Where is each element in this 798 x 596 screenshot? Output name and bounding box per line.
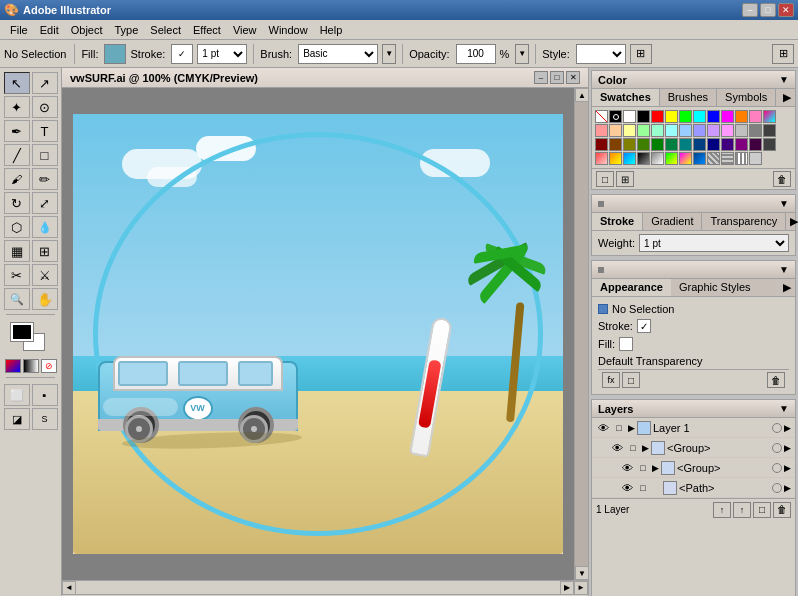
new-layer-btn[interactable]: □ [753,502,771,518]
sw-g1[interactable] [595,152,608,165]
appearance-collapse[interactable]: ▼ [779,264,789,275]
sw12[interactable] [749,124,762,137]
color-panel-menu[interactable]: ▶ [779,89,795,106]
swatch-none[interactable] [595,110,608,123]
doc-minimize-btn[interactable]: – [534,71,548,84]
swatch-magenta[interactable] [721,110,734,123]
sw21[interactable] [693,138,706,151]
sw14[interactable] [595,138,608,151]
sw-g6[interactable] [665,152,678,165]
play-btn[interactable]: ▶ [560,581,574,595]
tab-brushes[interactable]: Brushes [660,89,717,106]
sw-g3[interactable] [623,152,636,165]
menu-view[interactable]: View [227,22,263,38]
sw-g8[interactable] [693,152,706,165]
tab-gradient[interactable]: Gradient [643,213,702,230]
swatch-g1[interactable] [763,110,776,123]
layers-page2-btn[interactable]: ↑ [733,502,751,518]
scroll-left-btn[interactable]: ◄ [62,581,76,595]
sw-g7[interactable] [679,152,692,165]
sw-g5[interactable] [651,152,664,165]
scroll-down-btn[interactable]: ▼ [575,566,588,580]
hand-tool[interactable]: ✋ [32,288,58,310]
tab-graphic-styles[interactable]: Graphic Styles [671,279,759,296]
swatch-yellow[interactable] [665,110,678,123]
sw19[interactable] [665,138,678,151]
fill-app-checkbox[interactable] [619,337,633,351]
menu-edit[interactable]: Edit [34,22,65,38]
sw23[interactable] [721,138,734,151]
swatch-pink[interactable] [749,110,762,123]
sw18[interactable] [651,138,664,151]
stroke-panel-collapse[interactable]: ▼ [779,198,789,209]
layers-page-btn[interactable]: ↑ [713,502,731,518]
screen-mode-2-btn[interactable]: ▪ [32,384,58,406]
delete-swatch-btn[interactable]: 🗑 [773,171,791,187]
sw13[interactable] [763,124,776,137]
brush-select[interactable]: Basic [298,44,378,64]
sw9[interactable] [707,124,720,137]
menu-help[interactable]: Help [314,22,349,38]
sw5[interactable] [651,124,664,137]
path-indicator[interactable] [772,483,782,493]
gradient-btn[interactable] [23,359,39,373]
sw17[interactable] [637,138,650,151]
stroke-fill-btn[interactable]: S [32,408,58,430]
rect-tool[interactable]: □ [32,144,58,166]
sw-p4[interactable] [749,152,762,165]
swatch-red[interactable] [651,110,664,123]
sw3[interactable] [623,124,636,137]
sw15[interactable] [609,138,622,151]
sw11[interactable] [735,124,748,137]
menu-select[interactable]: Select [144,22,187,38]
group2-visibility[interactable]: 👁 [620,461,634,475]
sw26[interactable] [763,138,776,151]
rotate-tool[interactable]: ↻ [4,192,30,214]
minimize-button[interactable]: – [742,3,758,17]
stroke-weight-input[interactable]: 1 pt2 pt3 pt [639,234,789,252]
sw6[interactable] [665,124,678,137]
swatch-black[interactable] [637,110,650,123]
menu-effect[interactable]: Effect [187,22,227,38]
fx-btn[interactable]: fx [602,372,620,388]
new-color-group-btn[interactable]: ⊞ [616,171,634,187]
brush-tool[interactable]: 🖌 [4,168,30,190]
close-button[interactable]: ✕ [778,3,794,17]
layer-1-visibility[interactable]: 👁 [596,421,610,435]
select-tool[interactable]: ↖ [4,72,30,94]
brush-arrow[interactable]: ▼ [382,44,396,64]
path-lock[interactable]: □ [636,481,650,495]
sw7[interactable] [679,124,692,137]
gradient-tool[interactable]: ▦ [4,240,30,262]
tab-symbols[interactable]: Symbols [717,89,776,106]
group2-indicator[interactable] [772,463,782,473]
sw-g2[interactable] [609,152,622,165]
sw25[interactable] [749,138,762,151]
color-panel-collapse[interactable]: ▼ [779,74,789,85]
swatch-cyan[interactable] [693,110,706,123]
layer-1-expand[interactable]: ▶ [628,423,635,433]
delete-item-btn[interactable]: 🗑 [767,372,785,388]
scroll-right-btn[interactable]: ► [574,581,588,595]
canvas-content[interactable]: VW [73,114,563,554]
lasso-tool[interactable]: ⊙ [32,96,58,118]
stroke-width-select[interactable]: 1 pt2 pt3 pt [197,44,247,64]
direct-select-tool[interactable]: ↗ [32,72,58,94]
color-btn[interactable] [5,359,21,373]
group1-indicator[interactable] [772,443,782,453]
group1-visibility[interactable]: 👁 [610,441,624,455]
sw8[interactable] [693,124,706,137]
sw20[interactable] [679,138,692,151]
menu-window[interactable]: Window [263,22,314,38]
group2-expand[interactable]: ▶ [652,463,659,473]
sw16[interactable] [623,138,636,151]
swatch-orange[interactable] [735,110,748,123]
sw24[interactable] [735,138,748,151]
mesh-tool[interactable]: ⊞ [32,240,58,262]
layer-1-lock[interactable]: □ [612,421,626,435]
vertical-scrollbar[interactable]: ▲ ▼ [574,88,588,580]
sw4[interactable] [637,124,650,137]
appearance-menu[interactable]: ▶ [779,279,795,296]
swatch-green[interactable] [679,110,692,123]
sw2[interactable] [609,124,622,137]
